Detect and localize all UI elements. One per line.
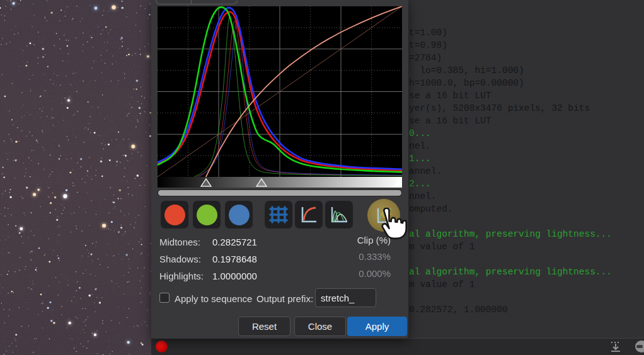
console-line: se a 16 bit LUT: [409, 115, 644, 127]
console-line: =2784): [409, 52, 644, 64]
console-line: m value of 1: [409, 278, 644, 291]
console-line: [409, 253, 644, 266]
console-line: m value of 1: [409, 240, 644, 253]
histogram-transformation-dialog: Midtones: 0.2825721 Shadows: 0.1978648 H…: [151, 0, 408, 339]
console-line: [409, 291, 644, 303]
histogram-display-button[interactable]: [325, 201, 353, 228]
red-channel-toggle[interactable]: [161, 201, 188, 228]
console-line: nel.: [409, 140, 644, 152]
console-lines: t=1.00)t=0.98)=2784) lo=0.385, hi=1.000)…: [408, 0, 644, 316]
histogram-icon: [328, 204, 350, 225]
histogram-plot: [158, 6, 402, 177]
console-line: nnel.: [409, 190, 644, 203]
close-button[interactable]: Close: [294, 317, 346, 336]
shadows-label: Shadows:: [159, 254, 201, 264]
console-line: 1...: [409, 152, 644, 165]
transfer-curve-icon: [298, 204, 319, 225]
grid-toggle-button[interactable]: [265, 201, 292, 228]
console-line: 0.282572, 1.000000: [409, 303, 644, 316]
blue-circle-icon: [229, 205, 250, 225]
green-channel-toggle[interactable]: [193, 201, 221, 228]
console-line: h=1000.0, bp=0.00000): [409, 77, 644, 89]
console-line: 2...: [409, 178, 644, 190]
levels-gradient-slider: [158, 177, 402, 188]
console-line: t=0.98): [409, 39, 644, 52]
console-line: se a 16 bit LUT: [409, 89, 644, 102]
console-line: omputed.: [409, 203, 644, 215]
midtones-value[interactable]: 0.2825721: [212, 237, 257, 247]
highlights-value[interactable]: 1.0000000: [212, 271, 257, 281]
reset-button[interactable]: Reset: [238, 317, 290, 336]
console-line: 0...: [409, 127, 644, 140]
starfield-image: [0, 0, 151, 355]
clipped-status-icon[interactable]: [630, 341, 644, 352]
status-bar: [151, 338, 644, 355]
grid-icon: [268, 204, 289, 225]
highlights-slider-handle[interactable]: [393, 178, 402, 188]
console-line: al algorithm, preserving lightness...: [409, 228, 644, 240]
auto-stretch-icon: [372, 204, 395, 227]
console-log-panel[interactable]: t=1.00)t=0.98)=2784) lo=0.385, hi=1.000)…: [408, 0, 644, 338]
clip-highlights-value: 0.000%: [359, 268, 391, 279]
shadows-value[interactable]: 0.1978648: [212, 254, 257, 264]
output-prefix-label: Output prefix:: [256, 293, 313, 304]
midtones-slider-handle[interactable]: [256, 178, 267, 187]
console-line: annel.: [409, 165, 644, 178]
processing-stop-icon[interactable]: [156, 341, 168, 352]
curve-display-button[interactable]: [295, 201, 323, 228]
apply-to-sequence-label: Apply to sequence: [175, 293, 252, 304]
export-icon[interactable]: [608, 339, 623, 354]
histogram-scrollbar[interactable]: [158, 189, 402, 196]
apply-to-sequence-checkbox[interactable]: [159, 293, 170, 303]
console-line: yer(s), 5208x3476 pixels, 32 bits: [409, 102, 644, 115]
console-line: t=1.00): [409, 26, 644, 39]
application-window: t=1.00)t=0.98)=2784) lo=0.385, hi=1.000)…: [0, 0, 644, 355]
output-prefix-input[interactable]: [315, 288, 376, 307]
green-circle-icon: [197, 205, 217, 225]
image-preview-area[interactable]: [0, 0, 152, 355]
clip-label: Clip (%): [357, 235, 391, 245]
console-line: al algorithm, preserving lightness...: [409, 266, 644, 278]
red-circle-icon: [164, 205, 185, 225]
auto-stretch-button[interactable]: [367, 199, 400, 232]
shadows-slider-handle[interactable]: [200, 178, 212, 187]
midtones-label: Midtones:: [159, 237, 200, 247]
clip-shadows-value: 0.333%: [359, 251, 391, 262]
histogram-plot-svg: [158, 6, 402, 177]
highlights-label: Highlights:: [159, 271, 204, 281]
cutoff-widget[interactable]: [156, 0, 238, 4]
console-line: lo=0.385, hi=1.000): [409, 64, 644, 77]
apply-button[interactable]: Apply: [347, 317, 407, 336]
blue-channel-toggle[interactable]: [225, 201, 253, 228]
console-line: [409, 215, 644, 228]
